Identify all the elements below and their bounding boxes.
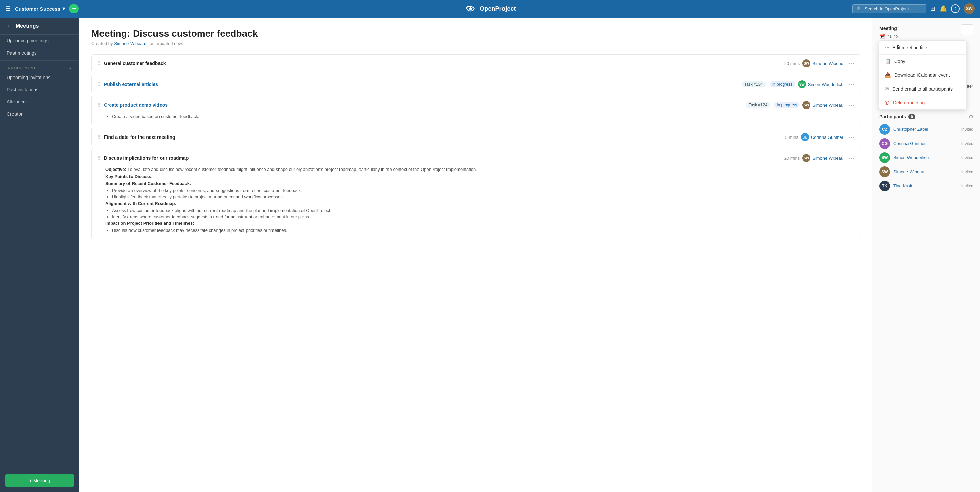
agenda-item-menu[interactable]: ⋯: [849, 155, 854, 162]
agenda-item: ⠿ Discuss implications for our roadmap 2…: [91, 149, 860, 239]
agenda-item: ⠿ Publish external articles Task #134 In…: [91, 75, 860, 94]
svg-point-0: [469, 7, 472, 10]
participant-status: Invited: [961, 184, 973, 188]
email-icon: ✉: [885, 86, 889, 92]
agenda-item-duration: 20 mins: [784, 61, 800, 66]
agenda-item-body: Objective: To evaluate and discuss how r…: [92, 167, 860, 239]
sidebar-item-upcoming-invitations[interactable]: Upcoming invitations: [0, 71, 79, 84]
agenda-item-menu[interactable]: ⋯: [849, 134, 854, 141]
agenda-item-title[interactable]: Publish external articles: [104, 81, 738, 87]
calendar-icon: 📅: [879, 34, 885, 39]
drag-handle-icon[interactable]: ⠿: [97, 102, 101, 108]
dropdown-item-copy[interactable]: 📋 Copy: [879, 55, 966, 68]
back-icon[interactable]: ←: [7, 23, 12, 29]
add-meeting-button[interactable]: + Meeting: [5, 475, 74, 487]
dropdown-item-delete[interactable]: 🗑 Delete meeting: [879, 96, 966, 109]
agenda-item-title: Find a date for the next meeting: [104, 135, 781, 140]
dropdown-item-send-email[interactable]: ✉ Send email to all participants: [879, 82, 966, 96]
assignee-name[interactable]: Simone Wibeau: [812, 156, 843, 161]
agenda-item-duration: 20 mins: [784, 156, 800, 161]
drag-handle-icon[interactable]: ⠿: [97, 134, 101, 141]
help-icon[interactable]: ?: [951, 5, 960, 13]
dropdown-item-edit-title[interactable]: ✏ Edit meeting title: [879, 41, 966, 54]
top-nav-actions: 🔍 Search in OpenProject ⊞ 🔔 ? SW: [852, 3, 975, 14]
sidebar-divider: [0, 60, 79, 61]
hamburger-icon[interactable]: ☰: [5, 5, 11, 13]
agenda-item-header: ⠿ Publish external articles Task #134 In…: [92, 76, 860, 93]
user-avatar[interactable]: SW: [964, 3, 975, 14]
meeting-date-row: 📅 15.12.: [879, 34, 973, 39]
sidebar-header: ← Meetings: [0, 17, 79, 35]
sidebar-item-past-invitations[interactable]: Past invitations: [0, 84, 79, 96]
participant-row: TK Tina Kraft Invited: [879, 181, 973, 191]
assignee-avatar: SW: [798, 80, 806, 88]
panel-more-button[interactable]: ⋯: [961, 24, 973, 35]
participant-name[interactable]: Simone Wibeau: [893, 169, 958, 174]
trash-icon: 🗑: [885, 100, 889, 105]
project-name[interactable]: Customer Success ▾: [15, 6, 65, 12]
sidebar-involvement-section: INVOLVEMENT ▲: [0, 62, 79, 71]
agenda-item-menu[interactable]: ⋯: [849, 102, 854, 108]
sidebar-item-attendee[interactable]: Attendee: [0, 96, 79, 108]
participant-name[interactable]: Christopher Zabel: [893, 127, 958, 132]
assignee-avatar: SW: [802, 154, 810, 162]
participants-title: Participants 5: [879, 114, 915, 119]
sidebar-item-upcoming-meetings[interactable]: Upcoming meetings: [0, 35, 79, 47]
agenda-item-body: Create a video based on customer feedbac…: [92, 114, 860, 125]
assignee-avatar: SW: [802, 101, 810, 109]
dropdown-item-download[interactable]: 📥 Download iCalendar event: [879, 68, 966, 82]
agenda-item: ⠿ General customer feedback 20 mins SW S…: [91, 54, 860, 73]
participants-header: Participants 5 ⚙: [879, 114, 973, 120]
agenda-item-header: ⠿ Find a date for the next meeting 5 min…: [92, 129, 860, 146]
assignee-name[interactable]: Simone Wibeau: [812, 61, 843, 66]
participant-status: Invited: [961, 156, 973, 160]
search-icon: 🔍: [857, 6, 862, 11]
logo-icon: [464, 5, 477, 13]
page-subtitle: Created by Simone Wibeau. Last updated n…: [91, 41, 860, 46]
search-box[interactable]: 🔍 Search in OpenProject: [852, 5, 926, 13]
sidebar-item-creator[interactable]: Creator: [0, 108, 79, 120]
bell-icon[interactable]: 🔔: [940, 5, 947, 13]
agenda-item-title: General customer feedback: [104, 61, 780, 66]
assignee-name[interactable]: Corinna Günther: [811, 135, 843, 140]
creator-link[interactable]: Simone Wibeau: [114, 41, 145, 46]
agenda-item: ⠿ Find a date for the next meeting 5 min…: [91, 128, 860, 146]
drag-handle-icon[interactable]: ⠿: [97, 81, 101, 87]
agenda-item-assignee: SW Simone Wibeau: [802, 59, 843, 67]
participant-row: CG Corinna Günther Invited: [879, 138, 973, 149]
status-tag: In progress: [774, 102, 800, 108]
assignee-name[interactable]: Simon Wunderlich: [808, 82, 843, 87]
grid-icon[interactable]: ⊞: [931, 5, 935, 13]
participant-row: SW Simone Wibeau Invited: [879, 167, 973, 177]
drag-handle-icon[interactable]: ⠿: [97, 60, 101, 67]
status-tag: In progress: [770, 81, 795, 87]
agenda-item-menu[interactable]: ⋯: [849, 60, 854, 67]
participant-row: CZ Christopher Zabel Invited: [879, 124, 973, 135]
assignee-avatar: CG: [801, 133, 809, 141]
agenda-item-header: ⠿ General customer feedback 20 mins SW S…: [92, 55, 860, 72]
agenda-item-duration: 5 mins: [786, 135, 798, 140]
participant-avatar: CG: [879, 138, 890, 149]
participant-name[interactable]: Corinna Günther: [893, 141, 958, 146]
participant-avatar: TK: [879, 181, 890, 191]
participant-name[interactable]: Tina Kraft: [893, 183, 958, 188]
agenda-item: ⠿ Create product demo videos Task #124 I…: [91, 96, 860, 125]
drag-handle-icon[interactable]: ⠿: [97, 155, 101, 162]
participants-settings-icon[interactable]: ⚙: [969, 114, 973, 120]
sidebar: ← Meetings Upcoming meetings Past meetin…: [0, 17, 79, 492]
dropdown-menu: ✏ Edit meeting title 📋 Copy 📥 Download i…: [879, 40, 967, 110]
sidebar-item-past-meetings[interactable]: Past meetings: [0, 47, 79, 59]
agenda-item-title[interactable]: Create product demo videos: [104, 102, 742, 108]
meeting-info-title: Meeting: [879, 25, 973, 31]
agenda-item-menu[interactable]: ⋯: [849, 81, 854, 87]
agenda-item-header: ⠿ Create product demo videos Task #124 I…: [92, 96, 860, 114]
participant-name[interactable]: Simon Wunderlich: [893, 155, 958, 160]
participant-status: Invited: [961, 141, 973, 146]
assignee-avatar: SW: [802, 59, 810, 67]
collapse-icon[interactable]: ▲: [68, 66, 73, 70]
assignee-name[interactable]: Simone Wibeau: [812, 103, 843, 108]
add-project-button[interactable]: +: [69, 4, 79, 13]
participant-row: SW Simon Wunderlich Invited: [879, 152, 973, 163]
participant-avatar: CZ: [879, 124, 890, 135]
agenda-item-title: Discuss implications for our roadmap: [104, 156, 780, 161]
